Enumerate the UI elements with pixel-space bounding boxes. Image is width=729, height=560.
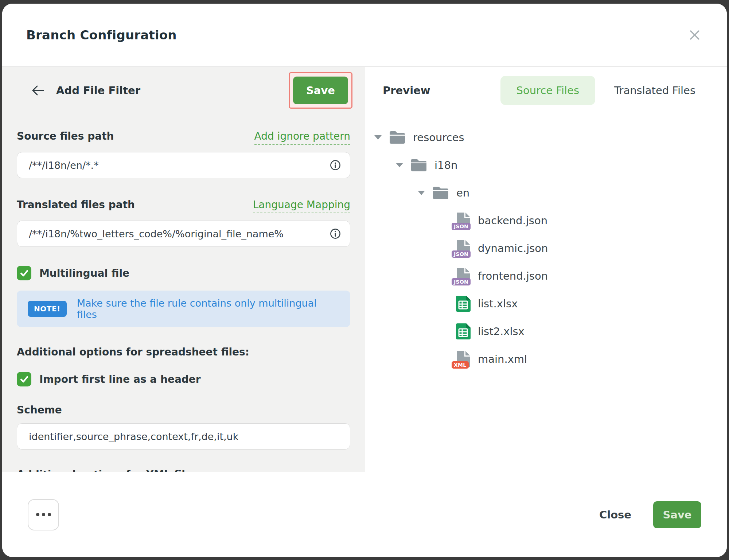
file-filter-panel: Add File Filter Save Source files path A… bbox=[2, 67, 365, 472]
xml-badge: XML bbox=[452, 361, 469, 369]
dialog-backdrop: Branch Configuration Add File Filter Sav… bbox=[0, 0, 729, 560]
folder-icon bbox=[432, 186, 450, 200]
tree-item-file[interactable]: list.xlsx bbox=[365, 290, 727, 318]
json-badge: JSON bbox=[452, 278, 471, 285]
branch-configuration-dialog: Branch Configuration Add File Filter Sav… bbox=[2, 4, 727, 557]
chevron-down-icon[interactable] bbox=[396, 163, 403, 167]
tree-item-label: resources bbox=[413, 131, 464, 144]
preview-header: Preview Source Files Translated Files bbox=[365, 67, 727, 114]
tree-item-label: dynamic.json bbox=[478, 242, 548, 254]
json-file-icon: JSON bbox=[454, 267, 471, 285]
json-badge: JSON bbox=[452, 223, 471, 230]
dialog-body: Add File Filter Save Source files path A… bbox=[2, 67, 727, 472]
scheme-input[interactable] bbox=[17, 423, 350, 450]
tab-translated-files[interactable]: Translated Files bbox=[611, 76, 698, 105]
tree-item-folder[interactable]: i18n bbox=[365, 151, 727, 179]
tree-item-file[interactable]: XML main.xml bbox=[365, 345, 727, 373]
tab-source-files[interactable]: Source Files bbox=[500, 76, 595, 105]
json-file-icon: JSON bbox=[454, 239, 471, 258]
json-badge: JSON bbox=[452, 250, 471, 258]
scheme-label: Scheme bbox=[17, 404, 350, 416]
ellipsis-icon bbox=[36, 513, 39, 516]
dialog-footer: Close Save bbox=[2, 472, 727, 557]
save-filter-button[interactable]: Save bbox=[293, 77, 348, 104]
translated-files-path-input[interactable] bbox=[17, 221, 350, 247]
save-highlight-annotation: Save bbox=[289, 72, 352, 109]
back-arrow-icon[interactable] bbox=[30, 82, 46, 98]
tree-item-folder[interactable]: resources bbox=[365, 124, 727, 151]
language-mapping-link[interactable]: Language Mapping bbox=[253, 199, 350, 213]
note-badge: NOTE! bbox=[28, 301, 67, 317]
ellipsis-icon bbox=[42, 513, 45, 516]
folder-icon bbox=[410, 158, 428, 172]
tree-item-folder[interactable]: en bbox=[365, 179, 727, 207]
import-first-line-checkbox[interactable]: Import first line as a header bbox=[17, 372, 350, 386]
file-filter-form: Source files path Add ignore pattern Tra… bbox=[2, 114, 365, 472]
tree-item-label: main.xml bbox=[478, 353, 527, 365]
tree-item-label: list2.xlsx bbox=[478, 325, 525, 338]
tree-item-label: i18n bbox=[434, 159, 457, 171]
source-files-path-label: Source files path bbox=[17, 130, 114, 142]
more-options-button[interactable] bbox=[28, 499, 59, 530]
tree-item-label: en bbox=[456, 187, 469, 199]
import-first-line-label: Import first line as a header bbox=[39, 373, 201, 385]
tree-item-file[interactable]: JSON backend.json bbox=[365, 207, 727, 234]
translated-files-path-label: Translated files path bbox=[17, 199, 135, 211]
info-icon[interactable] bbox=[330, 228, 341, 239]
spreadsheet-options-heading: Additional options for spreadsheet files… bbox=[17, 346, 350, 358]
xlsx-file-icon bbox=[454, 294, 471, 313]
multilingual-file-checkbox[interactable]: Multilingual file bbox=[17, 266, 350, 280]
xml-options-heading: Additional options for XML files: bbox=[17, 468, 350, 472]
dialog-header: Branch Configuration bbox=[2, 4, 727, 67]
file-tree: resources i18n en bbox=[365, 114, 727, 373]
tree-item-file[interactable]: list2.xlsx bbox=[365, 318, 727, 345]
multilingual-note: NOTE! Make sure the file rule contains o… bbox=[17, 291, 350, 327]
close-icon[interactable] bbox=[686, 26, 703, 44]
xlsx-file-icon bbox=[454, 322, 471, 341]
folder-icon bbox=[389, 130, 406, 145]
note-text: Make sure the file rule contains only mu… bbox=[77, 298, 339, 320]
multilingual-file-label: Multilingual file bbox=[39, 267, 129, 279]
source-files-path-input[interactable] bbox=[17, 152, 350, 178]
preview-tabs: Source Files Translated Files bbox=[500, 76, 698, 105]
ellipsis-icon bbox=[48, 513, 51, 516]
dialog-title: Branch Configuration bbox=[26, 28, 177, 42]
file-filter-header: Add File Filter Save bbox=[2, 67, 365, 114]
tree-item-file[interactable]: JSON dynamic.json bbox=[365, 234, 727, 262]
checkbox-checked-icon bbox=[17, 372, 31, 386]
xml-file-icon: XML bbox=[454, 350, 471, 369]
chevron-down-icon[interactable] bbox=[418, 191, 425, 195]
info-icon[interactable] bbox=[330, 160, 341, 171]
save-button[interactable]: Save bbox=[653, 501, 701, 528]
tree-item-label: backend.json bbox=[478, 214, 547, 227]
panel-title: Add File Filter bbox=[56, 84, 140, 97]
preview-title: Preview bbox=[383, 84, 430, 97]
json-file-icon: JSON bbox=[454, 211, 471, 230]
chevron-down-icon[interactable] bbox=[374, 135, 382, 140]
preview-panel: Preview Source Files Translated Files re… bbox=[365, 67, 727, 472]
checkbox-checked-icon bbox=[17, 266, 31, 280]
close-button[interactable]: Close bbox=[599, 509, 631, 521]
tree-item-file[interactable]: JSON frontend.json bbox=[365, 262, 727, 290]
tree-item-label: frontend.json bbox=[478, 270, 548, 282]
tree-item-label: list.xlsx bbox=[478, 298, 518, 310]
add-ignore-pattern-link[interactable]: Add ignore pattern bbox=[254, 130, 350, 145]
